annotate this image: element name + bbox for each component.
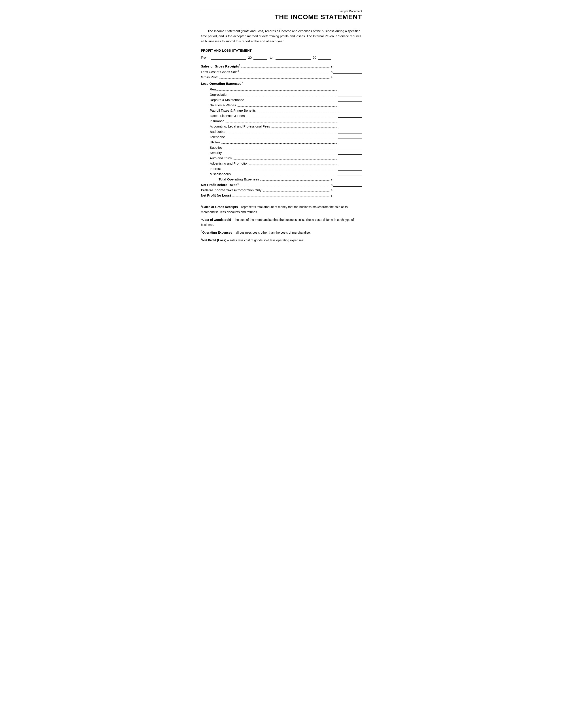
less-operating-sup: 3: [241, 81, 242, 84]
expense-dots-16: [231, 175, 337, 175]
footnote-3: 4Net Profit (Loss) – sales less cost of …: [201, 237, 362, 243]
footnote-1: 2Cost of Goods Sold – the cost of the me…: [201, 217, 362, 228]
year1-label: 20: [248, 56, 252, 59]
expense-amount-3[interactable]: [338, 103, 362, 107]
bottom-row-0: Net Profit Before Taxes4 s: [201, 182, 362, 187]
year2-label: 20: [313, 56, 316, 59]
expense-amount-2[interactable]: [338, 98, 362, 102]
expense-row-11: Supplies: [210, 145, 362, 149]
footnotes-area: 1Sales or Gross Receipts – represents to…: [201, 204, 362, 243]
expense-label-0: Rent: [210, 87, 217, 91]
expense-label-13: Auto and Truck: [210, 156, 232, 160]
expense-amount-11[interactable]: [338, 145, 362, 149]
expense-amount-4[interactable]: [338, 108, 362, 112]
expense-label-7: Accounting, Legal and Professional Fees: [210, 124, 270, 128]
bottom-row-1: Federal Income Taxes (Corporation Only) …: [201, 188, 362, 192]
footnote-2: 3Operating Expenses – all business costs…: [201, 229, 362, 235]
expense-amount-8[interactable]: [338, 129, 362, 133]
bottom-rows: Net Profit Before Taxes4 s Federal Incom…: [201, 182, 362, 197]
bottom-amount-2[interactable]: [334, 193, 362, 197]
expense-row-16: Miscellaneous: [210, 172, 362, 176]
from-label: From:: [201, 56, 209, 59]
expense-label-1: Depreciation: [210, 93, 228, 96]
expense-row-10: Utilities: [210, 140, 362, 144]
expense-row-8: Bad Debts: [210, 129, 362, 133]
year1-field[interactable]: [253, 56, 267, 60]
expense-label-10: Utilities: [210, 140, 220, 144]
footnote-bold-1: Cost of Goods Sold: [202, 218, 231, 221]
expense-label-4: Payroll Taxes & Fringe Benefits: [210, 109, 256, 112]
header: Sample Document THE INCOME STATEMENT: [201, 9, 362, 22]
expense-amount-13[interactable]: [338, 156, 362, 160]
gross-profit-dots: [219, 78, 330, 79]
to-label: to: [270, 56, 272, 59]
bottom-amount-0[interactable]: [334, 183, 362, 187]
expense-dots-1: [229, 96, 337, 96]
total-operating-dots: [260, 180, 330, 181]
sales-amount[interactable]: [334, 64, 362, 68]
expense-label-16: Miscellaneous: [210, 172, 231, 176]
to-date-field[interactable]: [275, 56, 311, 60]
cogs-label: Less Cost of Goods Sold2: [201, 69, 239, 74]
gross-profit-label: Gross Profit: [201, 75, 218, 79]
expense-row-14: Advertising and Promotion: [210, 161, 362, 165]
intro-text: The Income Statement (Profit and Loss) r…: [201, 29, 362, 44]
from-date-field[interactable]: [211, 56, 246, 60]
expense-amount-9[interactable]: [338, 135, 362, 139]
expense-rows: Rent Depreciation Repairs & Maintenance …: [210, 87, 362, 176]
bottom-label-0: Net Profit Before Taxes4: [201, 182, 239, 187]
expense-amount-15[interactable]: [338, 167, 362, 171]
bottom-label-1: Federal Income Taxes: [201, 188, 235, 192]
expense-label-9: Telephone: [210, 135, 225, 139]
expense-amount-1[interactable]: [338, 92, 362, 96]
expense-row-7: Accounting, Legal and Professional Fees: [210, 124, 362, 128]
total-operating-row: Total Operating Expenses s: [201, 177, 362, 181]
expense-amount-14[interactable]: [338, 161, 362, 165]
gross-profit-row: Gross Profit s: [201, 75, 362, 79]
expense-dots-10: [221, 143, 337, 144]
footnote-bold-3: Net Profit (Loss): [202, 238, 226, 242]
expense-dots-8: [226, 133, 337, 133]
expense-amount-5[interactable]: [338, 114, 362, 118]
expense-amount-0[interactable]: [338, 87, 362, 91]
bottom-dollar-0: s: [331, 183, 333, 187]
expense-row-9: Telephone: [210, 135, 362, 139]
footnote-0: 1Sales or Gross Receipts – represents to…: [201, 204, 362, 215]
expense-label-11: Supplies: [210, 146, 222, 149]
less-operating-header: Less Operating Expenses3: [201, 81, 362, 85]
expense-label-14: Advertising and Promotion: [210, 161, 248, 165]
bottom-extra-1: (Corporation Only): [235, 188, 262, 192]
bottom-row-2: Net Profit (or Loss) s: [201, 193, 362, 197]
bottom-dollar-1: s: [331, 188, 333, 192]
expense-row-0: Rent: [210, 87, 362, 91]
bottom-dots-0: [239, 186, 330, 186]
expense-dots-9: [226, 138, 337, 138]
main-rows: Sales or Gross Receipts1 s Less Cost of …: [201, 64, 362, 79]
expense-dots-0: [217, 90, 337, 91]
expense-row-4: Payroll Taxes & Fringe Benefits: [210, 108, 362, 112]
bottom-amount-1[interactable]: [334, 188, 362, 192]
expense-dots-2: [245, 101, 337, 101]
expense-amount-10[interactable]: [338, 140, 362, 144]
expense-row-1: Depreciation: [210, 92, 362, 96]
expense-dots-12: [222, 154, 337, 154]
less-operating-label: Less Operating Expenses: [201, 82, 241, 85]
year2-field[interactable]: [318, 56, 331, 60]
expense-label-2: Repairs & Maintenance: [210, 98, 244, 102]
expense-row-2: Repairs & Maintenance: [210, 98, 362, 102]
footnote-rest-2: – all business costs other than the cost…: [232, 231, 311, 234]
expense-amount-16[interactable]: [338, 172, 362, 176]
total-operating-label: Total Operating Expenses: [218, 177, 259, 181]
sample-doc-label: Sample Document: [339, 9, 362, 13]
footnote-rest-3: – sales less cost of goods sold less ope…: [226, 238, 304, 242]
expense-label-8: Bad Debts: [210, 130, 225, 133]
gross-profit-amount[interactable]: [334, 75, 362, 79]
cogs-amount[interactable]: [334, 70, 362, 74]
expense-amount-6[interactable]: [338, 119, 362, 123]
expense-amount-7[interactable]: [338, 124, 362, 128]
expense-row-5: Taxes, Licenses & Fees: [210, 114, 362, 118]
expense-amount-12[interactable]: [338, 151, 362, 155]
total-operating-amount[interactable]: [334, 177, 362, 181]
expense-row-6: Insurance: [210, 119, 362, 123]
from-to-line: From: 20 to 20: [201, 56, 362, 60]
